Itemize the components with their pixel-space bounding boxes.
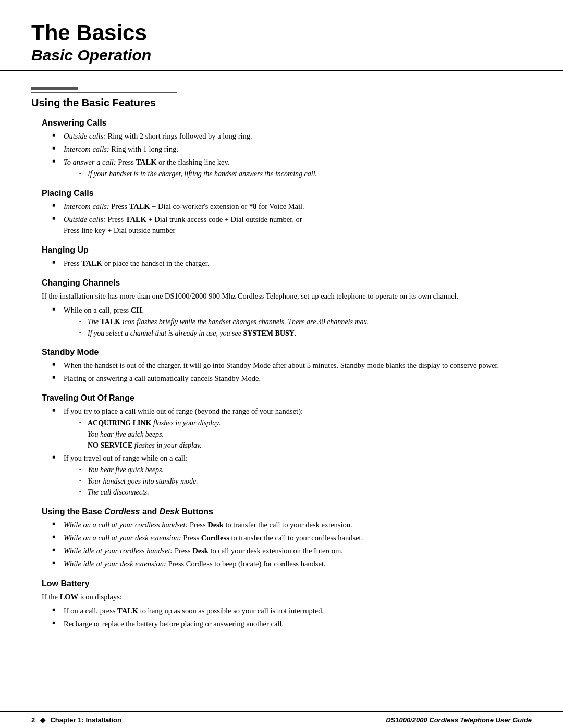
list-item: While on a call at your desk extension: …	[52, 533, 532, 544]
footer-right: DS1000/2000 Cordless Telephone User Guid…	[386, 716, 532, 724]
list-item: Intercom calls: Ring with 1 long ring.	[52, 144, 532, 155]
list-item: If you travel out of range while on a ca…	[52, 453, 532, 498]
text-bold-talk5: TALK	[117, 607, 138, 615]
footer-chapter: Chapter 1: Installation	[50, 716, 121, 724]
list-item: While idle at your desk extension: Press…	[52, 559, 532, 570]
text-outside-placing: Outside calls:	[64, 215, 106, 224]
dash-item: You hear five quick beeps.	[79, 429, 532, 440]
main-title: The Basics	[31, 21, 532, 45]
list-item: Intercom calls: Press TALK + Dial co-wor…	[52, 201, 532, 212]
dash-list-traveling1: ACQUIRING LINK flashes in your display. …	[64, 418, 532, 451]
subsection-title-standby-mode: Standby Mode	[42, 348, 532, 357]
text-to-answer: To answer a call:	[64, 158, 116, 166]
bullet-list-placing-calls: Intercom calls: Press TALK + Dial co-wor…	[42, 201, 532, 236]
header-section: The Basics Basic Operation	[0, 0, 563, 71]
footer-left: 2 ◆ Chapter 1: Installation	[31, 716, 121, 724]
text-intercom-calls: Intercom calls:	[64, 145, 109, 153]
text-bold-star8: *8	[249, 202, 257, 211]
list-item: While on a call, press CH. The TALK icon…	[52, 305, 532, 338]
text-bold-cordless1: Cordless	[201, 534, 229, 542]
text-bold-desk1: Desk	[207, 521, 224, 529]
text-intercom-placing: Intercom calls:	[64, 202, 109, 211]
bullet-list-changing-channels: While on a call, press CH. The TALK icon…	[42, 305, 532, 338]
subsection-title-placing-calls: Placing Calls	[42, 189, 532, 198]
content-area: Using the Basic Features Answering Calls…	[0, 71, 563, 649]
text-while-on-call-desk: While on a call at your desk extension:	[64, 534, 181, 542]
text-underline-idle2: idle	[83, 560, 94, 568]
bullet-list-base-buttons: While on a call at your cordless handset…	[42, 520, 532, 570]
footer-diamond: ◆	[40, 716, 45, 724]
page-container: The Basics Basic Operation Using the Bas…	[0, 0, 563, 728]
text-underline-idle1: idle	[83, 547, 94, 555]
dash-item: The TALK icon flashes briefly while the …	[79, 317, 532, 327]
text-bold-talk2: TALK	[129, 202, 150, 211]
subsection-answering-calls: Answering Calls Outside calls: Ring with…	[42, 118, 532, 179]
subsection-traveling-out-of-range: Traveling Out Of Range If you try to pla…	[42, 393, 532, 498]
dash-item: If you select a channel that is already …	[79, 328, 532, 339]
subsection-title-base-cordless-desk: Using the Base Cordless and Desk Buttons	[42, 507, 532, 516]
text-bold-low: LOW	[60, 593, 78, 601]
subsection-low-battery: Low Battery If the LOW icon displays: If…	[42, 579, 532, 630]
dash-list-traveling2: You hear five quick beeps. Your handset …	[64, 465, 532, 498]
text-channels-italic: icon flashes briefly while the handset c…	[123, 318, 369, 326]
list-item: Outside calls: Ring with 2 short rings f…	[52, 131, 532, 142]
section-heading: Using the Basic Features	[31, 97, 532, 109]
sub-title: Basic Operation	[31, 46, 532, 65]
subsection-intro-low-battery: If the LOW icon displays:	[42, 591, 532, 602]
list-item: While idle at your cordless handset: Pre…	[52, 546, 532, 557]
text-bold-system-busy: SYSTEM BUSY	[243, 329, 294, 337]
text-bold-talk3: TALK	[126, 215, 146, 224]
list-item: Recharge or replace the battery before p…	[52, 619, 532, 630]
text-bold-acquiring: ACQUIRING LINK	[88, 419, 152, 427]
text-while-idle-cordless: While idle at your cordless handset:	[64, 547, 173, 555]
list-item: If on a call, press TALK to hang up as s…	[52, 606, 532, 616]
text-italic-desk: Desk	[160, 507, 179, 516]
bullet-list-answering-calls: Outside calls: Ring with 2 short rings f…	[42, 131, 532, 179]
text-bold-desk2: Desk	[192, 547, 209, 555]
subsection-title-low-battery: Low Battery	[42, 579, 532, 588]
subsection-intro-changing-channels: If the installation site has more than o…	[42, 291, 532, 302]
dash-item: If your handset is in the charger, lifti…	[79, 169, 532, 179]
list-item: While on a call at your cordless handset…	[52, 520, 532, 530]
text-italic-cordless: Cordless	[104, 507, 140, 516]
dash-item: ACQUIRING LINK flashes in your display.	[79, 418, 532, 428]
text-underline-on-call2: on a call	[83, 534, 109, 542]
subsection-base-cordless-desk: Using the Base Cordless and Desk Buttons…	[42, 507, 532, 570]
list-item: Placing or answering a call automaticall…	[52, 373, 532, 384]
bullet-list-traveling: If you try to place a call while out of …	[42, 406, 532, 498]
bullet-list-hanging-up: Press TALK or place the handset in the c…	[42, 258, 532, 269]
dash-list-answering: If your handset is in the charger, lifti…	[64, 169, 532, 179]
bullet-list-low-battery: If on a call, press TALK to hang up as s…	[42, 606, 532, 630]
subsection-changing-channels: Changing Channels If the installation si…	[42, 278, 532, 338]
text-outside-calls: Outside calls:	[64, 132, 106, 140]
dash-item: The call disconnects.	[79, 487, 532, 498]
text-while-idle-desk: While idle at your desk extension:	[64, 560, 166, 568]
section-heading-container: Using the Basic Features	[31, 87, 532, 109]
dash-list-channels: The TALK icon flashes briefly while the …	[64, 317, 532, 338]
list-item: Press TALK or place the handset in the c…	[52, 258, 532, 269]
text-underline-on-call1: on a call	[83, 521, 109, 529]
subsection-hanging-up: Hanging Up Press TALK or place the hands…	[42, 245, 532, 269]
text-bold-no-service: NO SERVICE	[88, 441, 132, 449]
list-item: When the handset is out of the charger, …	[52, 360, 532, 371]
footer-page-number: 2	[31, 716, 35, 724]
subsection-standby-mode: Standby Mode When the handset is out of …	[42, 348, 532, 384]
heading-line-decoration	[31, 92, 177, 93]
list-item: If you try to place a call while out of …	[52, 406, 532, 451]
dash-item: You hear five quick beeps.	[79, 465, 532, 475]
dash-item: NO SERVICE flashes in your display.	[79, 440, 532, 451]
bullet-list-standby-mode: When the handset is out of the charger, …	[42, 360, 532, 384]
text-italic-flashes2: flashes in your display.	[134, 441, 202, 449]
heading-bar-decoration	[31, 87, 78, 90]
subsection-title-answering-calls: Answering Calls	[42, 118, 532, 128]
text-bold-talk4: TALK	[81, 259, 102, 267]
text-while-on-call-cordless: While on a call at your cordless handset…	[64, 521, 188, 529]
list-item: Outside calls: Press TALK + Dial trunk a…	[52, 214, 532, 236]
text-bold-talk: TALK	[136, 158, 156, 166]
text-bold-talk-icon: TALK	[101, 318, 121, 326]
footer: 2 ◆ Chapter 1: Installation DS1000/2000 …	[0, 711, 563, 728]
text-bold-ch: CH	[131, 306, 142, 314]
subsection-title-traveling: Traveling Out Of Range	[42, 393, 532, 403]
text-italic-flashes1: flashes in your display.	[153, 419, 221, 427]
subsection-placing-calls: Placing Calls Intercom calls: Press TALK…	[42, 189, 532, 236]
